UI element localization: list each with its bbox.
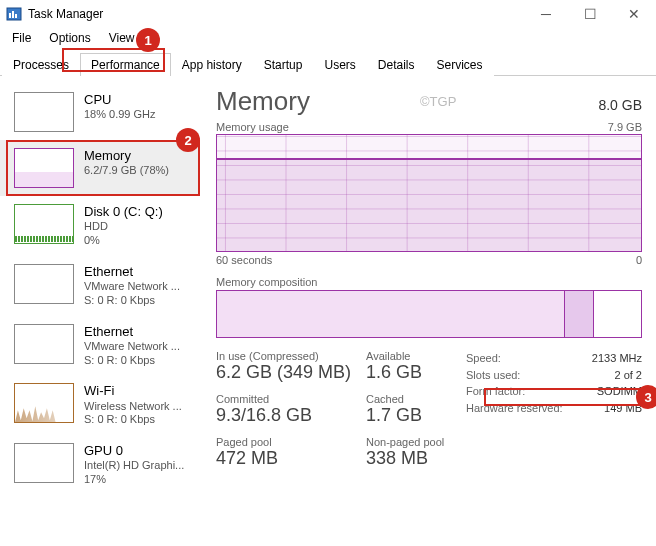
menu-view[interactable]: View bbox=[101, 29, 143, 47]
sidebar-item-sub: VMware Network ... bbox=[84, 280, 180, 294]
tab-details[interactable]: Details bbox=[367, 53, 426, 76]
usage-axis-left: 60 seconds bbox=[216, 254, 272, 266]
in-use-label: In use (Compressed) bbox=[216, 350, 366, 362]
sidebar-item-sub2: S: 0 R: 0 Kbps bbox=[84, 354, 180, 368]
reserved-value: 149 MB bbox=[604, 400, 642, 417]
sidebar-item-sub2: 17% bbox=[84, 473, 184, 487]
slots-label: Slots used: bbox=[466, 367, 520, 384]
detail-title: Memory bbox=[216, 86, 310, 117]
menu-file[interactable]: File bbox=[4, 29, 39, 47]
menubar: File Options View bbox=[0, 28, 656, 48]
detail-pane: Memory 8.0 GB Memory usage 7.9 GB 60 sec… bbox=[200, 76, 656, 546]
sidebar-item-wifi[interactable]: Wi-Fi Wireless Network ... S: 0 R: 0 Kbp… bbox=[0, 375, 200, 435]
committed-value: 9.3/16.8 GB bbox=[216, 405, 366, 426]
svg-rect-2 bbox=[12, 11, 14, 18]
form-value: SODIMM bbox=[597, 383, 642, 400]
memory-composition-chart bbox=[216, 290, 642, 338]
sidebar-item-sub: 6.2/7.9 GB (78%) bbox=[84, 164, 169, 178]
paged-value: 472 MB bbox=[216, 448, 366, 469]
sidebar-item-memory[interactable]: Memory 6.2/7.9 GB (78%) bbox=[0, 140, 200, 196]
available-label: Available bbox=[366, 350, 466, 362]
form-label: Form factor: bbox=[466, 383, 525, 400]
performance-sidebar: CPU 18% 0.99 GHz Memory 6.2/7.9 GB (78%)… bbox=[0, 76, 200, 546]
sidebar-item-ethernet-1[interactable]: Ethernet VMware Network ... S: 0 R: 0 Kb… bbox=[0, 256, 200, 316]
memory-thumb bbox=[14, 148, 74, 188]
sidebar-item-sub2: 0% bbox=[84, 234, 163, 248]
menu-options[interactable]: Options bbox=[41, 29, 98, 47]
close-button[interactable]: ✕ bbox=[612, 0, 656, 28]
sidebar-item-label: GPU 0 bbox=[84, 443, 184, 459]
cached-value: 1.7 GB bbox=[366, 405, 466, 426]
nonpaged-label: Non-paged pool bbox=[366, 436, 466, 448]
minimize-button[interactable]: ─ bbox=[524, 0, 568, 28]
tab-startup[interactable]: Startup bbox=[253, 53, 314, 76]
composition-label: Memory composition bbox=[216, 276, 642, 288]
sidebar-item-sub: VMware Network ... bbox=[84, 340, 180, 354]
sidebar-item-label: CPU bbox=[84, 92, 156, 108]
usage-chart-max: 7.9 GB bbox=[608, 121, 642, 133]
sidebar-item-sub: 18% 0.99 GHz bbox=[84, 108, 156, 122]
speed-value: 2133 MHz bbox=[592, 350, 642, 367]
sidebar-item-sub2: S: 0 R: 0 Kbps bbox=[84, 294, 180, 308]
sidebar-item-cpu[interactable]: CPU 18% 0.99 GHz bbox=[0, 84, 200, 140]
tab-app-history[interactable]: App history bbox=[171, 53, 253, 76]
sidebar-item-sub2: S: 0 R: 0 Kbps bbox=[84, 413, 182, 427]
tab-services[interactable]: Services bbox=[426, 53, 494, 76]
window-title: Task Manager bbox=[28, 7, 103, 21]
sidebar-item-gpu0[interactable]: GPU 0 Intel(R) HD Graphi... 17% bbox=[0, 435, 200, 495]
wifi-thumb bbox=[14, 383, 74, 423]
svg-rect-3 bbox=[15, 14, 17, 18]
sidebar-item-label: Memory bbox=[84, 148, 169, 164]
nonpaged-value: 338 MB bbox=[366, 448, 466, 469]
ethernet-thumb bbox=[14, 324, 74, 364]
sidebar-item-label: Wi-Fi bbox=[84, 383, 182, 399]
tabstrip: Processes Performance App history Startu… bbox=[0, 52, 656, 76]
cpu-thumb bbox=[14, 92, 74, 132]
available-value: 1.6 GB bbox=[366, 362, 466, 383]
svg-rect-1 bbox=[9, 13, 11, 18]
memory-usage-chart bbox=[216, 134, 642, 252]
sidebar-item-label: Disk 0 (C: Q:) bbox=[84, 204, 163, 220]
sidebar-item-sub: Intel(R) HD Graphi... bbox=[84, 459, 184, 473]
ethernet-thumb bbox=[14, 264, 74, 304]
sidebar-item-label: Ethernet bbox=[84, 264, 180, 280]
taskmanager-icon bbox=[6, 6, 22, 22]
memory-total: 8.0 GB bbox=[598, 97, 642, 113]
reserved-label: Hardware reserved: bbox=[466, 400, 563, 417]
committed-label: Committed bbox=[216, 393, 366, 405]
titlebar: Task Manager ─ ☐ ✕ bbox=[0, 0, 656, 28]
memory-stats: In use (Compressed) 6.2 GB (349 MB) Avai… bbox=[216, 350, 642, 479]
gpu-thumb bbox=[14, 443, 74, 483]
usage-chart-label: Memory usage bbox=[216, 121, 289, 133]
sidebar-item-disk0[interactable]: Disk 0 (C: Q:) HDD 0% bbox=[0, 196, 200, 256]
sidebar-item-ethernet-2[interactable]: Ethernet VMware Network ... S: 0 R: 0 Kb… bbox=[0, 316, 200, 376]
tab-users[interactable]: Users bbox=[313, 53, 366, 76]
usage-axis-right: 0 bbox=[636, 254, 642, 266]
sidebar-item-sub: HDD bbox=[84, 220, 163, 234]
paged-label: Paged pool bbox=[216, 436, 366, 448]
sidebar-item-label: Ethernet bbox=[84, 324, 180, 340]
slots-value: 2 of 2 bbox=[614, 367, 642, 384]
disk-thumb bbox=[14, 204, 74, 244]
main-area: CPU 18% 0.99 GHz Memory 6.2/7.9 GB (78%)… bbox=[0, 76, 656, 546]
in-use-value: 6.2 GB (349 MB) bbox=[216, 362, 366, 383]
tab-processes[interactable]: Processes bbox=[2, 53, 80, 76]
maximize-button[interactable]: ☐ bbox=[568, 0, 612, 28]
tab-performance[interactable]: Performance bbox=[80, 53, 171, 76]
speed-label: Speed: bbox=[466, 350, 501, 367]
cached-label: Cached bbox=[366, 393, 466, 405]
sidebar-item-sub: Wireless Network ... bbox=[84, 400, 182, 414]
window-controls: ─ ☐ ✕ bbox=[524, 0, 656, 28]
